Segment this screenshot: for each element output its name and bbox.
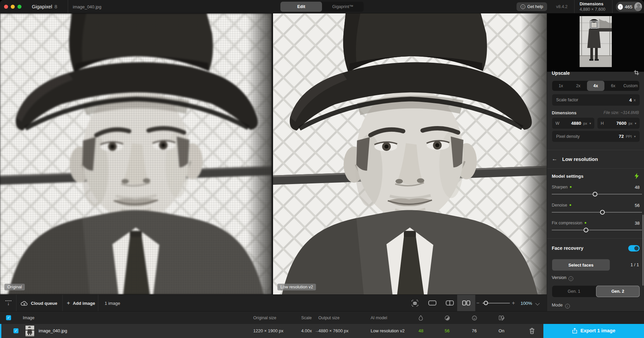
focus-face-button[interactable] xyxy=(406,295,424,311)
collapse-queue-button[interactable]: ↓ xyxy=(4,299,13,307)
zoom-slider[interactable] xyxy=(482,301,510,305)
mode-label: Mode xyxy=(552,302,563,307)
upscale-4x[interactable]: 4x xyxy=(587,81,604,91)
tab-gigaprint-label: Gigaprint™ xyxy=(332,4,353,9)
divider xyxy=(547,238,644,239)
info-icon[interactable]: i xyxy=(565,304,570,308)
select-all-checkbox[interactable]: ✓ xyxy=(6,315,11,320)
chevron-down-icon[interactable]: ▾ xyxy=(634,135,636,138)
version-gen1[interactable]: Gen. 1 xyxy=(552,286,596,297)
divider xyxy=(547,150,644,150)
zoom-out-button[interactable]: − xyxy=(476,295,479,312)
traffic-light-minimize[interactable] xyxy=(11,5,15,9)
export-button[interactable]: Export 1 image xyxy=(543,323,644,338)
zoom-in-button[interactable]: + xyxy=(512,295,515,312)
scale-factor-field[interactable]: Scale factor 4 x xyxy=(552,94,640,106)
split-view-button[interactable] xyxy=(441,295,459,311)
scale-factor-value: 4 xyxy=(629,98,632,103)
row-denoise-value: 56 xyxy=(445,328,449,333)
sharpen-slider[interactable] xyxy=(552,192,642,196)
back-arrow-icon[interactable]: ← xyxy=(552,156,557,162)
upscale-2x[interactable]: 2x xyxy=(570,81,587,91)
credits-pill[interactable]: ↑ 465 xyxy=(616,2,642,12)
side-by-side-view-button[interactable] xyxy=(457,295,475,311)
sidebar-scrollbar[interactable] xyxy=(642,215,644,286)
version-gen2[interactable]: Gen. 2 xyxy=(596,286,640,297)
cloud-queue-label: Cloud queue xyxy=(31,301,57,306)
get-help-button[interactable]: i Get help xyxy=(517,2,547,11)
face-recovery-toggle[interactable] xyxy=(628,245,640,251)
upscale-custom[interactable]: Custom xyxy=(622,81,639,91)
pixel-density-unit: PPI xyxy=(626,134,632,138)
traffic-light-zoom[interactable] xyxy=(17,5,21,9)
row-scale: 4.00x → xyxy=(301,328,319,333)
version-switch: Gen. 1 Gen. 2 xyxy=(552,286,640,297)
fix-compression-slider[interactable] xyxy=(552,228,642,232)
app-title: Gigapixel 8 xyxy=(32,0,57,13)
pixel-density-field[interactable]: Pixel density 72 PPI ▾ xyxy=(552,131,640,142)
sidebar: Upscale 1x 2x 4x 6x Custom Scale factor … xyxy=(547,13,644,338)
arrow-down-icon: ↓ xyxy=(7,301,10,306)
processed-image-pane[interactable] xyxy=(273,13,547,294)
upscale-1x[interactable]: 1x xyxy=(552,81,570,91)
row-checkbox[interactable]: ✓ xyxy=(13,328,18,333)
avatar[interactable] xyxy=(634,2,642,11)
zoom-presets-chevron[interactable] xyxy=(535,301,540,305)
plus-icon: + xyxy=(67,300,70,306)
app-version-text: v8.4.2 xyxy=(556,0,568,13)
slider-track[interactable] xyxy=(552,212,642,213)
row-ai-model: Low resolution v2 xyxy=(371,328,405,333)
tab-gigaprint[interactable]: Gigaprint™ xyxy=(322,2,364,12)
traffic-light-close[interactable] xyxy=(4,5,8,9)
slider-thumb[interactable] xyxy=(584,228,588,232)
crop-icon[interactable] xyxy=(634,70,639,75)
sharpen-value: 48 xyxy=(635,185,640,190)
height-field[interactable]: H 7600 px ▾ xyxy=(597,118,640,129)
version-label: Version xyxy=(552,275,566,280)
fix-compression-value: 38 xyxy=(635,221,640,226)
upscale-title: Upscale xyxy=(552,70,570,76)
row-gamma-value: On xyxy=(498,328,504,333)
slider-track[interactable] xyxy=(552,230,642,230)
add-image-button[interactable]: + Add image xyxy=(67,295,95,312)
sharpen-row: Sharpen 48 xyxy=(552,185,640,190)
navigator-thumbnail[interactable] xyxy=(580,16,612,67)
width-field[interactable]: W 4880 px ▾ xyxy=(552,118,594,129)
upscale-6x[interactable]: 6x xyxy=(604,81,622,91)
slider-thumb[interactable] xyxy=(600,210,605,215)
version-gen1-label: Gen. 1 xyxy=(568,289,580,294)
processed-pane-badge-label: Low resolution v2 xyxy=(280,285,313,289)
delete-row-trash-icon[interactable] xyxy=(529,328,535,334)
slider-thumb[interactable] xyxy=(593,192,597,196)
queue-table-row[interactable]: ✓ image_040.jpg 1220 × 1900 px 4.00x → 4… xyxy=(0,324,543,338)
zoom-level[interactable]: 100% xyxy=(521,295,532,312)
add-image-label: Add image xyxy=(73,301,95,306)
info-icon[interactable]: i xyxy=(569,276,573,281)
denoise-slider[interactable] xyxy=(552,210,642,215)
upscale-2x-label: 2x xyxy=(576,83,580,88)
original-image-pane[interactable] xyxy=(0,13,272,294)
height-label: H xyxy=(601,121,604,126)
version-label-row: Versioni xyxy=(552,275,573,281)
width-value: 4880 xyxy=(571,121,581,126)
file-tab[interactable]: image_040.jpg xyxy=(73,0,101,13)
cloud-queue-button[interactable]: Cloud queue xyxy=(21,295,57,312)
chevron-down-icon[interactable]: ▾ xyxy=(635,122,636,125)
zoom-slider-thumb[interactable] xyxy=(484,301,488,305)
model-back-nav[interactable]: ← Low resolution xyxy=(552,156,598,162)
tab-edit[interactable]: Edit xyxy=(280,2,322,12)
select-faces-button[interactable]: Select faces xyxy=(552,259,610,271)
pixel-density-label: Pixel density xyxy=(556,134,580,139)
upscale-1x-label: 1x xyxy=(558,83,563,88)
row-sharpen-value: 48 xyxy=(419,328,423,333)
info-icon: i xyxy=(521,4,525,9)
titlebar-separator xyxy=(68,0,68,13)
row-scale-value: 4.00x xyxy=(301,328,312,333)
chevron-down-icon[interactable]: ▾ xyxy=(589,122,591,125)
fix-compression-label: Fix compression xyxy=(552,221,582,225)
version-gen2-label: Gen. 2 xyxy=(611,289,624,294)
gamma-compare-icon xyxy=(499,315,504,321)
single-view-button[interactable] xyxy=(423,295,441,311)
lightning-icon[interactable] xyxy=(634,173,639,179)
pixelation-overlay xyxy=(0,13,272,294)
